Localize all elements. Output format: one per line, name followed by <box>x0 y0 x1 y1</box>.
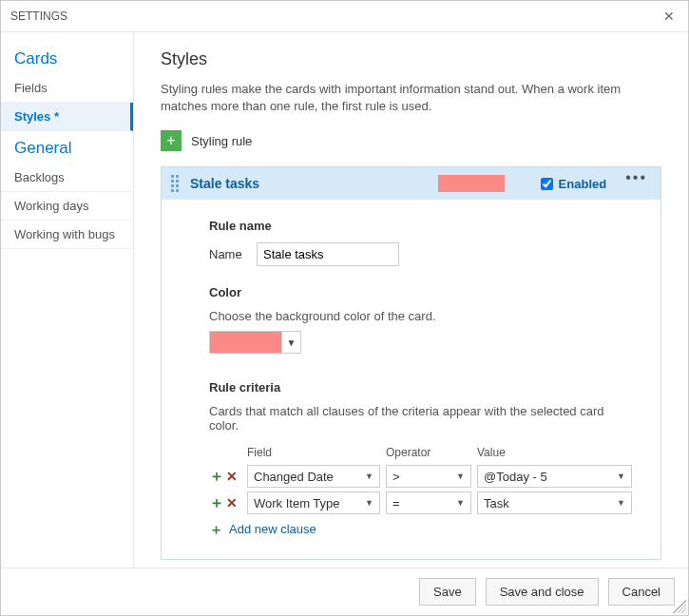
sidebar-section-cards: Cards <box>1 42 133 74</box>
criteria-header-value: Value <box>477 446 632 459</box>
clause-value-select[interactable]: Task ▼ <box>477 491 632 514</box>
rule-header-color-swatch <box>438 175 505 192</box>
color-description: Choose the background color of the card. <box>209 309 632 323</box>
sidebar: Cards Fields Styles * General Backlogs W… <box>1 32 134 568</box>
clause-field-select[interactable]: Work Item Type ▼ <box>247 491 380 514</box>
cancel-button[interactable]: Cancel <box>608 578 675 606</box>
color-section-title: Color <box>209 285 632 299</box>
add-clause-label: Add new clause <box>229 522 316 536</box>
clause-operator-select[interactable]: = ▼ <box>386 491 471 514</box>
delete-clause-icon[interactable]: ✕ <box>226 470 238 483</box>
sidebar-item-working-with-bugs[interactable]: Working with bugs <box>1 221 133 249</box>
sidebar-item-backlogs[interactable]: Backlogs <box>1 164 133 192</box>
add-rule-label: Styling rule <box>191 134 252 148</box>
sidebar-item-fields[interactable]: Fields <box>1 74 133 103</box>
page-title: Styles <box>161 49 661 69</box>
chevron-down-icon: ▼ <box>617 498 625 508</box>
color-swatch <box>210 332 281 353</box>
drag-handle-icon[interactable] <box>171 175 181 192</box>
chevron-down-icon[interactable]: ▼ <box>281 332 300 353</box>
criteria-section-title: Rule criteria <box>209 380 632 395</box>
rule-title: Stale tasks <box>190 176 259 191</box>
chevron-down-icon: ▼ <box>365 498 373 508</box>
rule-header[interactable]: Stale tasks Enabled ••• <box>162 167 660 200</box>
criteria-header-operator: Operator <box>386 446 471 459</box>
clause-field-select[interactable]: Changed Date ▼ <box>247 465 380 488</box>
criteria-header-field: Field <box>247 446 380 459</box>
clause-operator-value: > <box>392 470 400 484</box>
sidebar-item-working-days[interactable]: Working days <box>1 192 133 221</box>
rule-enabled-toggle[interactable]: Enabled <box>541 177 607 191</box>
rule-panel: Stale tasks Enabled ••• Rule name Name C… <box>161 166 661 560</box>
clause-value-select[interactable]: @Today - 5 ▼ <box>477 465 632 488</box>
save-button[interactable]: Save <box>419 578 476 606</box>
delete-clause-icon[interactable]: ✕ <box>226 496 238 510</box>
main-panel: Styles Styling rules make the cards with… <box>134 32 688 568</box>
clause-operator-select[interactable]: > ▼ <box>386 465 471 488</box>
clause-operator-value: = <box>392 496 400 510</box>
add-clause-icon[interactable]: ＋ <box>209 495 224 510</box>
sidebar-item-styles[interactable]: Styles * <box>1 103 133 131</box>
dialog-footer: Save Save and close Cancel <box>1 568 688 615</box>
chevron-down-icon: ▼ <box>617 472 625 481</box>
chevron-down-icon: ▼ <box>456 498 465 508</box>
rule-more-icon[interactable]: ••• <box>622 169 651 186</box>
clause-value-text: @Today - 5 <box>484 470 547 484</box>
clause-value-text: Task <box>484 496 509 510</box>
criteria-description: Cards that match all clauses of the crit… <box>209 404 632 433</box>
criteria-row: ＋ ✕ Work Item Type ▼ = ▼ Task <box>209 491 632 514</box>
window-title: SETTINGS <box>10 10 67 23</box>
add-clause-icon[interactable]: ＋ <box>209 469 224 484</box>
criteria-table: Field Operator Value ＋ ✕ Changed Date ▼ <box>209 446 632 536</box>
page-description: Styling rules make the cards with import… <box>161 81 661 115</box>
plus-icon: ＋ <box>209 522 223 536</box>
rule-name-label: Name <box>209 247 245 261</box>
add-clause-button[interactable]: ＋ Add new clause <box>209 522 632 536</box>
rule-enabled-checkbox[interactable] <box>541 178 553 190</box>
resize-grip-icon[interactable] <box>673 600 686 613</box>
close-icon[interactable]: ✕ <box>660 7 679 26</box>
rule-name-input[interactable] <box>257 242 399 266</box>
color-picker[interactable]: ▼ <box>209 331 301 354</box>
rule-enabled-label: Enabled <box>559 177 607 191</box>
chevron-down-icon: ▼ <box>456 472 465 481</box>
rule-name-section-title: Rule name <box>209 219 632 233</box>
clause-field-value: Changed Date <box>254 470 334 484</box>
criteria-row: ＋ ✕ Changed Date ▼ > ▼ @Today - 5 <box>209 465 632 488</box>
save-and-close-button[interactable]: Save and close <box>486 578 599 606</box>
sidebar-section-general: General <box>1 131 133 164</box>
add-rule-button[interactable]: + <box>161 130 182 151</box>
chevron-down-icon: ▼ <box>365 472 373 481</box>
clause-field-value: Work Item Type <box>254 496 340 510</box>
